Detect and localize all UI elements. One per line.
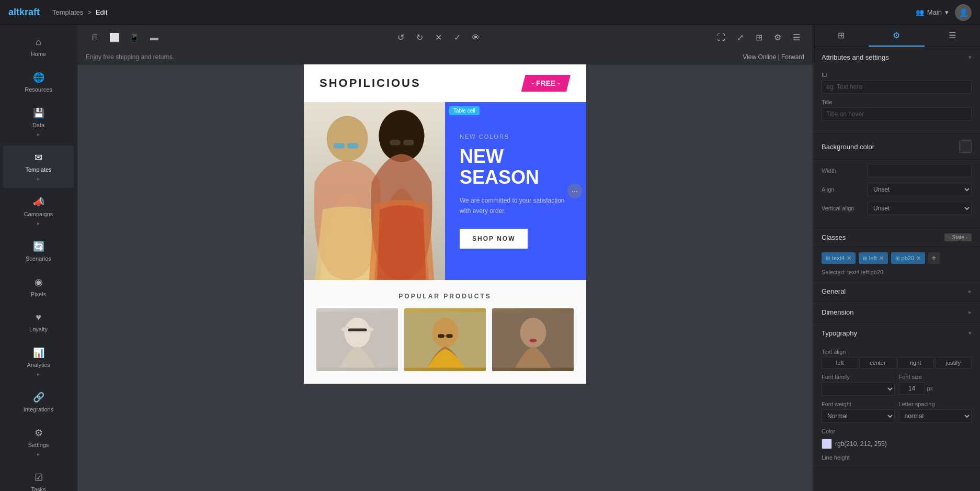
topbar: altkraft Templates > Edit 👥 Main ▾ 👤 (0, 0, 980, 25)
state-dropdown[interactable]: - State - (944, 233, 972, 241)
user-group-name: Main (927, 8, 942, 16)
canvas-area: Enjoy free shipping and returns. View On… (77, 50, 813, 491)
vertical-align-select[interactable]: Unset Top Middle Bottom (868, 202, 972, 215)
background-color-section: Background color (813, 134, 980, 160)
sidebar-item-pixels[interactable]: ◉ Pixels (3, 270, 74, 304)
dimension-section-header[interactable]: Dimension ▸ (813, 302, 980, 322)
sidebar-item-loyalty[interactable]: ♥ Loyalty (3, 306, 74, 339)
panel-settings-button[interactable]: ⚙ (770, 30, 785, 46)
cancel-button[interactable]: ✕ (430, 30, 446, 46)
device-tablet-button[interactable]: ⬜ (106, 29, 123, 47)
fullscreen-button[interactable]: ⛶ (713, 30, 729, 46)
general-section-header[interactable]: General ▸ (813, 281, 980, 302)
width-input[interactable] (868, 164, 972, 177)
sidebar-item-scenarios[interactable]: 🔄 Scenarios (3, 235, 74, 268)
avatar[interactable]: 👤 (955, 4, 972, 21)
sidebar-item-settings[interactable]: ⚙ Settings ▸ (3, 421, 74, 463)
grid-view-button[interactable]: ⊞ (751, 30, 767, 46)
center-area: 🖥 ⬜ 📱 ▬ ↺ ↻ ✕ ✓ 👁 ⛶ ⤢ ⊞ ⚙ ☰ (77, 25, 813, 491)
user-group[interactable]: 👥 Main ▾ (916, 8, 949, 16)
font-family-select[interactable] (822, 382, 895, 396)
font-size-label: Font size (899, 374, 972, 380)
device-desktop-button[interactable]: 🖥 (86, 29, 104, 47)
font-size-input[interactable] (899, 382, 925, 395)
id-label: ID (822, 72, 972, 78)
sidebar-item-campaigns[interactable]: 📣 Campaigns ▸ (3, 190, 74, 232)
breadcrumb-parent[interactable]: Templates (52, 8, 83, 16)
editor-toolbar: 🖥 ⬜ 📱 ▬ ↺ ↻ ✕ ✓ 👁 ⛶ ⤢ ⊞ ⚙ ☰ (77, 25, 813, 50)
class-tag-pb20[interactable]: ⊞ pb20 ✕ (891, 252, 925, 264)
redo-button[interactable]: ↻ (412, 30, 427, 46)
sidebar-item-analytics[interactable]: 📊 Analytics ▸ (3, 341, 74, 383)
forward-link[interactable]: Forward (781, 53, 804, 61)
color-swatch[interactable] (822, 439, 832, 449)
product-item-1[interactable] (316, 308, 398, 371)
class-tag-add-button[interactable]: + (928, 252, 940, 264)
sidebar-item-label: Templates (25, 166, 51, 173)
align-center-button[interactable]: center (859, 357, 896, 369)
confirm-button[interactable]: ✓ (449, 30, 465, 46)
sidebar-item-home[interactable]: ⌂ Home (3, 30, 74, 63)
svg-rect-4 (390, 140, 401, 145)
color-label: Color (822, 428, 835, 434)
email-canvas: SHOPILICIOUS - FREE - (304, 64, 586, 384)
class-tag-text4[interactable]: ⊞ text4 ✕ (822, 252, 856, 264)
tasks-icon: ☑ (35, 472, 43, 483)
class-tag-label: text4 (832, 255, 845, 261)
typography-section-header[interactable]: Typography ▾ (813, 323, 980, 343)
preview-button[interactable]: 👁 (468, 30, 484, 46)
sidebar-item-data[interactable]: 💾 Data ▸ (3, 101, 74, 143)
align-left-button[interactable]: left (822, 357, 858, 369)
class-tag-remove[interactable]: ✕ (916, 255, 921, 262)
align-select[interactable]: Unset Left Center Right (868, 183, 972, 196)
device-banner-button[interactable]: ▬ (145, 29, 163, 47)
class-tag-left[interactable]: ⊞ left ✕ (859, 252, 888, 264)
popular-products-section: POPULAR PRODUCTS (304, 280, 586, 384)
align-right-button[interactable]: right (897, 357, 934, 369)
svg-rect-18 (492, 312, 574, 368)
classes-section: Classes - State - ⊞ text4 ✕ ⊞ left ✕ ⊞ p… (813, 228, 980, 281)
email-actions: View Online | Forward (743, 53, 804, 61)
class-tag-remove[interactable]: ✕ (879, 255, 884, 262)
sidebar-item-integrations[interactable]: 🔗 Integrations (3, 385, 74, 419)
list-tab-icon: ☰ (949, 30, 956, 40)
general-section: General ▸ (813, 281, 980, 302)
hero-more-button[interactable]: ··· (567, 184, 582, 198)
font-weight-select[interactable]: Normal Bold (822, 409, 895, 423)
hero-cta-button[interactable]: SHOP NOW (460, 229, 528, 249)
hero-subtitle: NEW COLORS (460, 133, 572, 140)
product-item-3[interactable] (492, 308, 574, 371)
list-view-button[interactable]: ☰ (789, 30, 804, 46)
vertical-align-row: Vertical align Unset Top Middle Bottom (822, 202, 972, 215)
background-color-header[interactable]: Background color (813, 134, 980, 159)
expand-button[interactable]: ⤢ (732, 30, 748, 46)
undo-button[interactable]: ↺ (393, 30, 408, 46)
class-tag-remove[interactable]: ✕ (847, 255, 851, 262)
background-color-swatch[interactable] (959, 140, 972, 153)
templates-icon: ✉ (35, 152, 42, 163)
sidebar-item-resources[interactable]: 🌐 Resources (3, 65, 74, 99)
attributes-section-header[interactable]: Attributes and settings ▾ (813, 47, 980, 68)
tab-settings[interactable]: ⚙ (869, 25, 924, 47)
align-justify-button[interactable]: justify (935, 357, 972, 369)
settings-tab-icon: ⚙ (893, 30, 900, 40)
chevron-right-icon: ▸ (968, 288, 972, 295)
toolbar-view-options: ⛶ ⤢ ⊞ ⚙ ☰ (713, 30, 813, 46)
tab-list[interactable]: ☰ (925, 25, 980, 47)
id-input[interactable] (822, 80, 972, 94)
sidebar-item-tasks[interactable]: ☑ Tasks (3, 465, 74, 491)
device-mobile-button[interactable]: 📱 (126, 29, 143, 47)
title-input[interactable] (822, 107, 972, 121)
breadcrumb: Templates > Edit (52, 8, 107, 16)
sidebar-item-templates[interactable]: ✉ Templates ▸ (3, 146, 74, 188)
font-weight-label: Font weight (822, 401, 895, 407)
svg-point-0 (327, 116, 368, 161)
view-online-link[interactable]: View Online (743, 53, 776, 61)
font-size-unit: px (927, 385, 933, 392)
align-label: Align (822, 186, 863, 193)
classes-tags: ⊞ text4 ✕ ⊞ left ✕ ⊞ pb20 ✕ + (813, 247, 980, 269)
background-color-title: Background color (822, 143, 874, 151)
tab-grid[interactable]: ⊞ (813, 25, 869, 47)
product-item-2[interactable] (404, 308, 486, 371)
letter-spacing-select[interactable]: normal (899, 409, 972, 423)
